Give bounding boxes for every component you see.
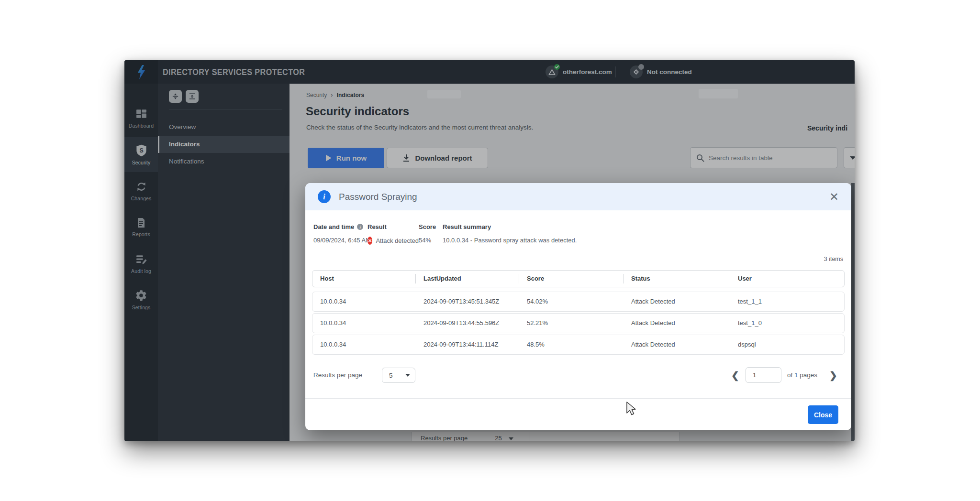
cell-lastupdated: 2024-09-09T13:44:11.114Z [416, 335, 519, 354]
table-row: 10.0.0.34 2024-09-09T13:44:11.114Z 48.5%… [312, 335, 845, 355]
next-page-button[interactable]: ❯ [829, 370, 837, 381]
column-header-host[interactable]: Host [312, 271, 416, 287]
results-per-page-label: Results per page [313, 371, 362, 379]
close-button[interactable]: Close [808, 405, 838, 424]
password-spraying-modal: i Password Spraying ✕ Date and time i 09… [305, 183, 851, 430]
date-info-icon[interactable]: i [357, 224, 363, 230]
attack-detected-icon: ✕ [368, 237, 372, 245]
screenshot-canvas: DIRECTORY SERVICES PROTECTOR otherforest… [0, 0, 980, 501]
results-per-page-value: 5 [389, 372, 393, 379]
items-count: 3 items [824, 256, 843, 262]
detail-date: Date and time i 09/09/2024, 6:45 AM [313, 223, 368, 245]
footer-divider [305, 398, 851, 399]
date-label-row: Date and time i [313, 223, 368, 230]
score-label: Score [419, 223, 443, 230]
chevron-down-icon [405, 374, 410, 377]
modal-title: Password Spraying [339, 192, 417, 202]
results-table-header: Host LastUpdated Score Status User [312, 270, 845, 287]
date-label: Date and time [313, 223, 354, 230]
summary-label: Result summary [443, 223, 843, 230]
column-header-user[interactable]: User [730, 271, 844, 287]
table-row: 10.0.0.34 2024-09-09T13:45:51.345Z 54.02… [312, 292, 845, 312]
result-value: Attack detected [376, 237, 419, 244]
cell-user: test_1_1 [730, 292, 844, 311]
detail-score: Score 54% [419, 223, 443, 245]
cell-status: Attack Detected [624, 335, 730, 354]
cell-status: Attack Detected [624, 292, 730, 311]
mouse-cursor [626, 402, 638, 417]
previous-page-button[interactable]: ❮ [731, 370, 739, 381]
column-header-score[interactable]: Score [519, 271, 624, 287]
cell-score: 48.5% [519, 335, 624, 354]
modal-header: i Password Spraying ✕ [305, 183, 851, 210]
cell-score: 54.02% [519, 292, 624, 311]
column-header-status[interactable]: Status [624, 271, 730, 287]
summary-value: 10.0.0.34 - Password spray attack was de… [443, 237, 843, 244]
cell-score: 52.21% [519, 314, 624, 333]
page-number-input[interactable] [746, 367, 781, 383]
results-per-page-select[interactable]: 5 [382, 368, 415, 383]
table-row: 10.0.0.34 2024-09-09T13:44:55.596Z 52.21… [312, 313, 845, 333]
cell-lastupdated: 2024-09-09T13:44:55.596Z [416, 314, 519, 333]
detail-result: Result ✕ Attack detected [368, 223, 419, 245]
cell-lastupdated: 2024-09-09T13:45:51.345Z [416, 292, 519, 311]
cell-host: 10.0.0.34 [312, 314, 416, 333]
info-icon: i [318, 190, 331, 203]
page-count-label: of 1 pages [787, 371, 817, 379]
cell-status: Attack Detected [624, 314, 730, 333]
indicator-details: Date and time i 09/09/2024, 6:45 AM Resu… [313, 223, 843, 245]
close-icon[interactable]: ✕ [829, 191, 839, 203]
date-value: 09/09/2024, 6:45 AM [313, 237, 368, 244]
app-window: DIRECTORY SERVICES PROTECTOR otherforest… [124, 60, 855, 441]
detail-summary: Result summary 10.0.0.34 - Password spra… [443, 223, 843, 245]
cell-user: dspsql [730, 335, 844, 354]
result-label: Result [368, 223, 419, 230]
cell-host: 10.0.0.34 [312, 335, 416, 354]
cell-user: test_1_0 [730, 314, 844, 333]
cell-host: 10.0.0.34 [312, 292, 416, 311]
score-value: 54% [419, 237, 443, 244]
column-header-lastupdated[interactable]: LastUpdated [416, 271, 519, 287]
